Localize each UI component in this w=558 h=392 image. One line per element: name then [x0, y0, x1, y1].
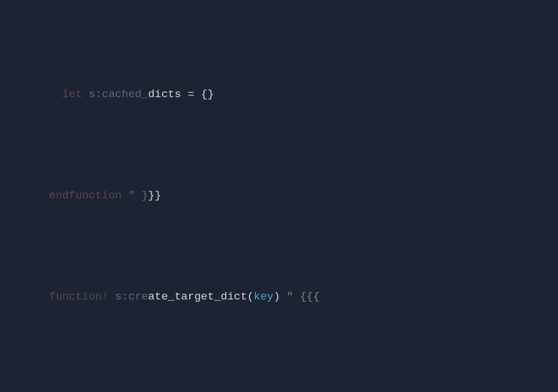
code-line: endfunction " }}} — [0, 186, 558, 206]
code-editor-view: let s:cached_dicts = {} endfunction " }}… — [0, 0, 558, 392]
code-line: if has_key(s:desc_lookup, 'top') — [0, 388, 558, 392]
code-line: function! s:create_target_dict(key) " {{… — [0, 287, 558, 307]
code-line: let s:cached_dicts = {} — [0, 84, 558, 105]
